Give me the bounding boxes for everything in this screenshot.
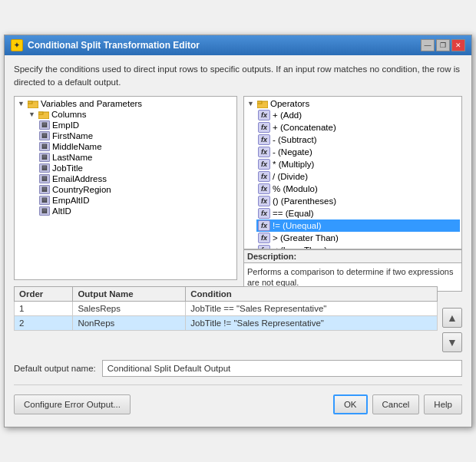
- description-label: Description:: [244, 250, 461, 263]
- variables-label: Variables and Parameters: [41, 99, 142, 108]
- fx-icon-greater: fx: [258, 233, 270, 243]
- col-lastname[interactable]: ▤LastName: [38, 152, 235, 163]
- op-equal[interactable]: fx == (Equal): [256, 207, 460, 219]
- col-header-order: Order: [15, 286, 73, 301]
- separator: [14, 384, 462, 385]
- cancel-button[interactable]: Cancel: [372, 394, 420, 414]
- fx-icon-negate: fx: [258, 147, 270, 157]
- left-panel[interactable]: ▼ Variables and Parameters ▼ Columns ▤Em…: [14, 96, 237, 280]
- ok-button[interactable]: OK: [333, 394, 368, 414]
- col-icon-lastname: ▤: [39, 153, 50, 162]
- close-button[interactable]: ✕: [451, 39, 465, 51]
- arrow-buttons: ▲ ▼: [442, 286, 462, 352]
- columns-items: ▤EmpID ▤FirstName ▤MiddleName ▤LastName …: [27, 120, 235, 216]
- col-jobtitle[interactable]: ▤JobTitle: [38, 163, 235, 173]
- fx-icon-multiply: fx: [258, 159, 270, 170]
- ops-folder-icon: [257, 99, 268, 108]
- operators-list: fx + (Add) fx + (Concatenate) fx - (Subt…: [246, 109, 460, 249]
- col-altid[interactable]: ▤AltID: [38, 206, 235, 216]
- panels-row: ▼ Variables and Parameters ▼ Columns ▤Em…: [14, 96, 462, 280]
- conditions-table: Order Output Name Condition 1 SalesReps …: [14, 286, 438, 331]
- col-icon-countryregion: ▤: [39, 185, 50, 194]
- expand-arrow-cols: ▼: [28, 111, 36, 118]
- col-icon-jobtitle: ▤: [39, 163, 50, 173]
- tree-variables-root[interactable]: ▼ Variables and Parameters: [16, 98, 235, 109]
- col-emailaddress[interactable]: ▤EmailAddress: [38, 173, 235, 184]
- op-add[interactable]: fx + (Add): [256, 109, 460, 121]
- default-output-label: Default output name:: [14, 364, 96, 373]
- row1-condition: JobTitle == "Sales Representative": [186, 301, 438, 315]
- tree-columns-folder[interactable]: ▼ Columns: [27, 109, 235, 120]
- default-output-row: Default output name:: [14, 360, 462, 377]
- fx-icon-subtract: fx: [258, 134, 270, 145]
- row2-condition: JobTitle != "Sales Representative": [186, 315, 438, 330]
- move-down-button[interactable]: ▼: [442, 332, 462, 352]
- fx-icon-modulo: fx: [258, 183, 270, 194]
- table-row[interactable]: 1 SalesReps JobTitle == "Sales Represent…: [15, 301, 438, 315]
- bottom-buttons: Configure Error Output... OK Cancel Help: [14, 390, 462, 419]
- table-wrapper: Order Output Name Condition 1 SalesReps …: [14, 286, 438, 331]
- row1-order: 1: [15, 301, 73, 315]
- operators-label: Operators: [270, 99, 309, 108]
- restore-button[interactable]: ❐: [436, 39, 450, 51]
- table-row[interactable]: 2 NonReps JobTitle != "Sales Representat…: [15, 315, 438, 330]
- svg-rect-5: [257, 101, 262, 104]
- col-icon-empid: ▤: [39, 120, 50, 130]
- op-less[interactable]: fx < (Less Than): [256, 244, 460, 249]
- title-buttons: — ❐ ✕: [421, 39, 465, 51]
- col-header-name: Output Name: [73, 286, 186, 301]
- col-icon-firstname: ▤: [39, 131, 50, 140]
- minimize-button[interactable]: —: [421, 39, 435, 51]
- main-content: Specify the conditions used to direct in…: [5, 55, 471, 426]
- op-multiply[interactable]: fx * (Multiply): [256, 158, 460, 170]
- op-divide[interactable]: fx / (Divide): [256, 170, 460, 183]
- fx-icon-concat: fx: [258, 122, 270, 133]
- fx-icon-parens: fx: [258, 196, 270, 206]
- right-panel-container: ▼ Operators fx + (Add) fx + (Concatenate…: [243, 96, 462, 280]
- col-icon-emailaddress: ▤: [39, 174, 50, 183]
- columns-folder-icon: [38, 110, 49, 119]
- op-concat[interactable]: fx + (Concatenate): [256, 121, 460, 134]
- col-empid[interactable]: ▤EmpID: [38, 120, 235, 130]
- col-middlename[interactable]: ▤MiddleName: [38, 141, 235, 152]
- configure-error-button[interactable]: Configure Error Output...: [14, 394, 131, 414]
- svg-rect-1: [28, 101, 32, 104]
- move-up-button[interactable]: ▲: [442, 308, 462, 328]
- col-firstname[interactable]: ▤FirstName: [38, 130, 235, 141]
- fx-icon-add: fx: [258, 110, 270, 120]
- fx-icon-unequal: fx: [258, 220, 270, 231]
- col-countryregion[interactable]: ▤CountryRegion: [38, 184, 235, 195]
- op-subtract[interactable]: fx - (Subtract): [256, 134, 460, 146]
- op-parens[interactable]: fx () (Parentheses): [256, 195, 460, 207]
- op-greater[interactable]: fx > (Greater Than): [256, 232, 460, 244]
- tree-operators-root[interactable]: ▼ Operators: [246, 98, 460, 109]
- op-unequal[interactable]: fx != (Unequal): [256, 219, 460, 232]
- operators-panel[interactable]: ▼ Operators fx + (Add) fx + (Concatenate…: [243, 96, 462, 249]
- col-icon-altid: ▤: [39, 206, 50, 216]
- col-empaltid[interactable]: ▤EmpAltID: [38, 195, 235, 206]
- op-negate[interactable]: fx - (Negate): [256, 146, 460, 158]
- window-title: Conditional Split Transformation Editor: [28, 40, 200, 51]
- main-window: ✦ Conditional Split Transformation Edito…: [4, 35, 472, 427]
- title-bar-left: ✦ Conditional Split Transformation Edito…: [11, 39, 200, 51]
- op-modulo[interactable]: fx % (Modulo): [256, 183, 460, 195]
- row1-name: SalesReps: [73, 301, 186, 315]
- col-icon-empaltid: ▤: [39, 196, 50, 205]
- expand-arrow: ▼: [18, 100, 25, 107]
- description-text: Specify the conditions used to direct in…: [14, 63, 462, 87]
- row2-order: 2: [15, 315, 73, 330]
- columns-group: ▼ Columns ▤EmpID ▤FirstName ▤MiddleName …: [16, 109, 235, 216]
- folder-icon: [28, 99, 38, 108]
- help-button[interactable]: Help: [424, 394, 462, 414]
- row2-name: NonReps: [73, 315, 186, 330]
- svg-rect-3: [38, 112, 43, 114]
- window-icon: ✦: [11, 39, 23, 51]
- ops-expand-arrow: ▼: [247, 100, 255, 107]
- table-with-buttons: Order Output Name Condition 1 SalesReps …: [14, 286, 462, 352]
- col-icon-middlename: ▤: [39, 142, 50, 151]
- col-header-condition: Condition: [186, 286, 438, 301]
- title-bar: ✦ Conditional Split Transformation Edito…: [5, 35, 471, 55]
- default-output-input[interactable]: [102, 360, 462, 377]
- columns-label: Columns: [51, 110, 86, 119]
- table-section: Order Output Name Condition 1 SalesReps …: [14, 286, 462, 352]
